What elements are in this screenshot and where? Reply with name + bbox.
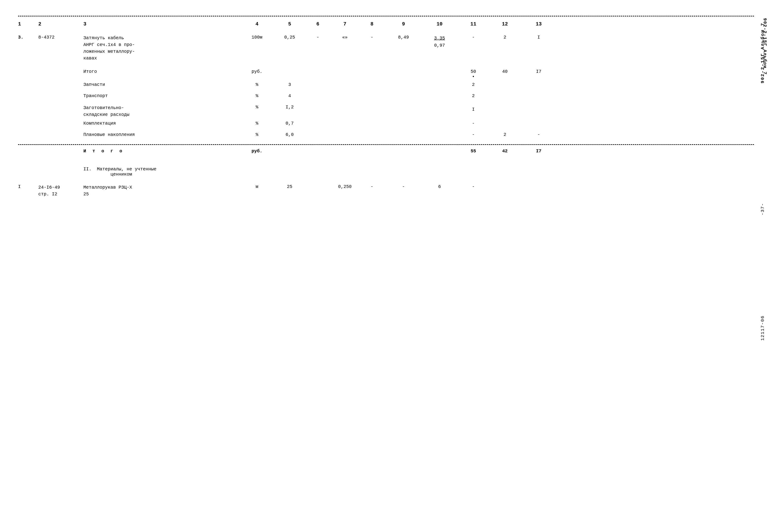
cell-r4-c3: Заготовительно-складские расходы xyxy=(81,105,239,118)
cell-r8-c3: II. Материалы, не учтенные ценником xyxy=(81,167,239,177)
table-row-zapchasti: Запчасти % 3 2 xyxy=(18,81,754,92)
cell-r5-c11: - xyxy=(458,121,489,126)
col-header-7: 7 xyxy=(331,21,358,27)
column-header-row: 1 2 3 4 5 6 7 8 9 10 11 12 13 xyxy=(18,19,754,29)
cell-row0-c2: 8-4372 xyxy=(36,35,81,40)
cell-r6-c13: - xyxy=(521,132,557,137)
cell-r9-c9: - xyxy=(385,184,422,189)
col-header-9: 9 xyxy=(385,21,422,27)
cell-r5-c4: % xyxy=(239,121,275,126)
cell-row0-c5: 0,25 xyxy=(275,35,304,40)
table-row-metallor: I 24-I6-49стр. I2 Металлорукав РЗЦ-Х25 м… xyxy=(18,183,754,199)
col-header-13: 13 xyxy=(521,21,557,27)
cell-row0-c3: Затянуть кабельАНРГ сеч.1х4 в про-ложенн… xyxy=(81,35,239,62)
col-header-6: 6 xyxy=(304,21,331,27)
cell-r4-c11: I xyxy=(458,105,489,112)
cell-r1-c11: 50• xyxy=(458,69,489,79)
cell-r1-c12: 40 xyxy=(489,69,521,74)
cell-r6-c11: - xyxy=(458,132,489,137)
table-row: 3. 8-4372 Затянуть кабельАНРГ сеч.1х4 в … xyxy=(18,33,754,63)
col-header-12: 12 xyxy=(489,21,521,27)
cell-r2-c3: Запчасти xyxy=(81,82,239,87)
cell-r6-c3: Плановые накопления xyxy=(81,132,239,137)
cell-row0-c8: - xyxy=(358,35,385,40)
side-label-top: 902-2-15Г Альбом 7 xyxy=(760,23,765,83)
cell-r9-c8: - xyxy=(358,184,385,189)
cell-r3-c4: % xyxy=(239,93,275,98)
col-header-5: 5 xyxy=(275,21,304,27)
cell-row0-c4: 100м xyxy=(239,35,275,40)
cell-row0-c11: - xyxy=(458,35,489,40)
cell-r3-c3: Транспорт xyxy=(81,93,239,98)
cell-row0-c10: 3,350,97 xyxy=(422,35,458,49)
cell-r4-c4: % xyxy=(239,105,275,110)
cell-r9-c1: I xyxy=(18,184,36,189)
table-row-zagotovit: Заготовительно-складские расходы % I,2 I xyxy=(18,103,754,119)
cell-r3-c5: 4 xyxy=(275,93,304,98)
cell-r9-c5: 25 xyxy=(275,184,304,189)
side-label-37: -37- xyxy=(760,203,765,215)
table-row-total: И т о г о руб. 55 42 I7 xyxy=(18,147,754,158)
cell-row0-c9: 8,49 xyxy=(385,35,422,40)
cell-r1-c13: I7 xyxy=(521,69,557,74)
col-header-4: 4 xyxy=(239,21,275,27)
col-header-2: 2 xyxy=(36,21,81,27)
top-dashed-line xyxy=(18,16,754,16)
cell-r9-c3: Металлорукав РЗЦ-Х25 xyxy=(81,184,239,198)
cell-r7-c11: 55 xyxy=(458,148,489,154)
cell-r9-c7: 0,250 xyxy=(331,184,358,189)
cell-r1-c4: руб. xyxy=(239,69,275,74)
cell-row0-c12: 2 xyxy=(489,35,521,40)
cell-r2-c11: 2 xyxy=(458,82,489,87)
table-row-itogo: Итого руб. 50• 40 I7 xyxy=(18,68,754,81)
mid-dashed-line xyxy=(18,144,754,145)
cell-r7-c4: руб. xyxy=(239,148,275,154)
cell-r7-c3: И т о г о xyxy=(81,148,239,154)
cell-r5-c3: Комплектация xyxy=(81,121,239,126)
cell-r2-c4: % xyxy=(239,82,275,87)
cell-row0-c1: 3. xyxy=(18,35,36,40)
cell-row0-c13: I xyxy=(521,35,557,40)
col-header-11: 11 xyxy=(458,21,489,27)
cell-r3-c11: 2 xyxy=(458,93,489,98)
cell-r9-c10: 6 xyxy=(422,184,458,189)
page-container: 902-2-15Г Альбом 7 1 2 3 4 5 6 7 8 9 10 … xyxy=(18,16,754,199)
cell-row0-c6: - xyxy=(304,35,331,40)
cell-r1-c3: Итого xyxy=(81,69,239,74)
col-header-3: 3 xyxy=(81,21,239,27)
cell-r9-c11: - xyxy=(458,184,489,189)
cell-r9-c4: м xyxy=(239,184,275,189)
side-label-bottom2: 12117-06 xyxy=(760,315,765,341)
cell-row0-c7: «» xyxy=(331,35,358,40)
cell-r4-c5: I,2 xyxy=(275,105,304,110)
cell-r7-c12: 42 xyxy=(489,148,521,154)
cell-r2-c5: 3 xyxy=(275,82,304,87)
table-row-planovye: Плановые накопления % 6,0 - 2 - xyxy=(18,131,754,142)
col-header-8: 8 xyxy=(358,21,385,27)
table-row-komplekt: Комплектация % 0,7 - xyxy=(18,119,754,131)
table-row-transport: Транспорт % 4 2 xyxy=(18,92,754,103)
table-row-section2: II. Материалы, не учтенные ценником xyxy=(18,165,754,178)
col-header-1: 1 xyxy=(18,21,36,27)
cell-r6-c4: % xyxy=(239,132,275,137)
cell-r6-c5: 6,0 xyxy=(275,132,304,137)
cell-r9-c2: 24-I6-49стр. I2 xyxy=(36,184,81,198)
cell-r5-c5: 0,7 xyxy=(275,121,304,126)
cell-r7-c13: I7 xyxy=(521,148,557,154)
cell-r6-c12: 2 xyxy=(489,132,521,137)
col-header-10: 10 xyxy=(422,21,458,27)
